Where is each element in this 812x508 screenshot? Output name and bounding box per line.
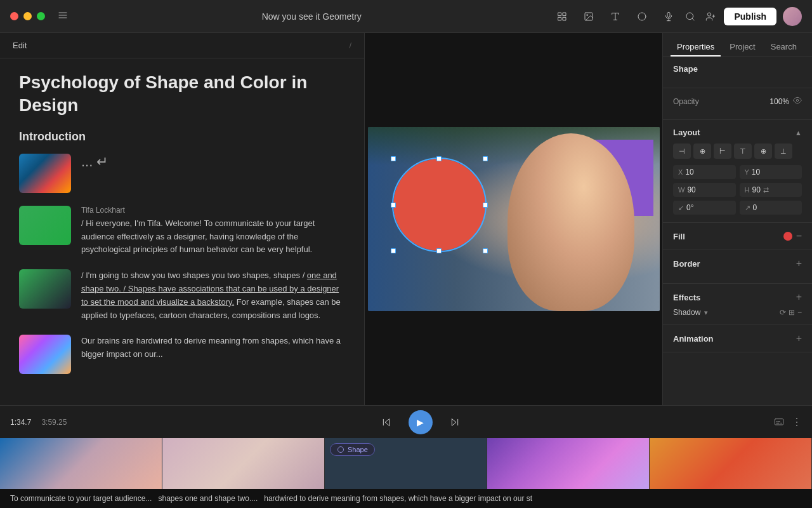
animation-section: Animation + (663, 325, 812, 352)
y-coord[interactable]: Y 10 (740, 165, 802, 179)
angle1-value: 0° (686, 203, 693, 212)
caption-part-1: To communicate to your target audience..… (10, 494, 532, 503)
svg-rect-12 (667, 12, 670, 17)
playback-controls: ▶ (77, 410, 764, 434)
svg-point-11 (638, 13, 646, 20)
fill-controls: − (783, 231, 802, 242)
resize-handle-br[interactable] (483, 248, 488, 253)
svg-point-8 (587, 14, 588, 15)
angle2-value: 0 (753, 203, 757, 212)
svg-rect-5 (558, 17, 561, 20)
x-label: X (678, 168, 683, 176)
shadow-option-1[interactable]: ⟳ (780, 308, 786, 317)
bottom-right-controls: ⋮ (774, 416, 802, 429)
thumbnail[interactable] (19, 335, 71, 374)
align-bottom-btn[interactable]: ⊥ (775, 144, 792, 159)
timeline-segment-4[interactable] (487, 438, 650, 489)
menu-icon[interactable] (58, 10, 68, 22)
shadow-option-2[interactable]: ⊞ (789, 308, 795, 317)
shadow-label: Shadow (673, 308, 700, 317)
caption-text: To communicate to your target audience..… (0, 494, 812, 503)
toolbar-tools (555, 10, 676, 23)
bottom-bar: 1:34.7 3:59.25 ▶ ⋮ (0, 405, 812, 438)
avatar (783, 7, 802, 26)
resize-handle-r[interactable] (483, 203, 488, 208)
shadow-row: Shadow ▾ ⟳ ⊞ − (673, 308, 802, 317)
fill-row: Fill − (673, 231, 802, 242)
add-person-icon[interactable] (704, 10, 717, 23)
resize-handle-tr[interactable] (483, 156, 488, 161)
tab-search[interactable]: Search (764, 38, 803, 57)
shadow-type-icon[interactable]: ▾ (704, 309, 708, 317)
thumbnail[interactable] (19, 154, 71, 193)
shape-icon[interactable] (635, 10, 649, 23)
animation-row: Animation + (673, 333, 802, 344)
text-icon[interactable] (608, 10, 622, 23)
opacity-label: Opacity (673, 97, 699, 106)
h-coord[interactable]: H 90 ⇄ (740, 183, 802, 197)
align-center-h-btn[interactable]: ⊕ (693, 144, 711, 159)
layout-collapse-icon[interactable]: ▲ (795, 129, 802, 137)
window-controls (10, 12, 45, 20)
fill-color-dot[interactable] (783, 232, 792, 241)
close-button[interactable] (10, 12, 18, 20)
resize-handle-tl[interactable] (391, 156, 396, 161)
tab-properties[interactable]: Properties (671, 38, 721, 57)
align-center-v-btn[interactable]: ⊕ (754, 144, 772, 159)
angle-row: ↙ 0° ↗ 0 (673, 201, 802, 215)
list-item: Our brains are hardwired to derive meani… (19, 335, 345, 374)
remove-shadow-icon[interactable]: − (797, 308, 802, 317)
x-coord[interactable]: X 10 (673, 165, 736, 179)
tab-project[interactable]: Project (723, 38, 761, 57)
search-icon[interactable] (683, 10, 697, 23)
align-right-btn[interactable]: ⊢ (714, 144, 731, 159)
overflow-menu-icon[interactable]: ⋮ (792, 416, 802, 428)
visibility-icon[interactable] (793, 96, 802, 107)
play-button[interactable]: ▶ (409, 410, 433, 434)
thumbnail[interactable] (19, 206, 71, 245)
captions-icon[interactable] (774, 416, 784, 429)
item-content: ... ↵ (81, 154, 345, 193)
grid-icon[interactable] (555, 10, 569, 23)
maximize-button[interactable] (37, 12, 45, 20)
shape-badge: Shape (330, 443, 375, 456)
align-left-btn[interactable]: ⊣ (673, 144, 691, 159)
mic-icon[interactable] (662, 10, 676, 23)
resize-handle-bl[interactable] (391, 248, 396, 253)
link-icon[interactable]: ⇄ (763, 186, 769, 194)
item-content: Our brains are hardwired to derive meani… (81, 335, 345, 374)
y-value: 10 (752, 168, 760, 177)
align-top-btn[interactable]: ⊤ (734, 144, 752, 159)
timeline-segment-5[interactable] (650, 438, 812, 489)
timeline-segment-2[interactable] (162, 438, 325, 489)
thumbnail[interactable] (19, 269, 71, 309)
body-text: / Hi everyone, I'm Tifa. Welcome! To com… (81, 217, 345, 257)
skip-forward-button[interactable] (445, 413, 464, 432)
resize-handle-t[interactable] (436, 156, 442, 161)
animation-label: Animation (673, 334, 714, 344)
border-section: Border + (663, 250, 812, 284)
image-icon[interactable] (582, 10, 596, 23)
w-coord[interactable]: W 90 (673, 183, 736, 197)
resize-handle-b[interactable] (436, 248, 442, 253)
add-animation-icon[interactable]: + (796, 333, 802, 344)
timeline-segment-3[interactable]: Shape (325, 438, 487, 489)
timeline-segment-1[interactable] (0, 438, 162, 489)
publish-button[interactable]: Publish (724, 8, 776, 25)
item-ellipsis: ... ↵ (81, 154, 345, 170)
shape-section-header: Shape (673, 64, 802, 74)
opacity-value-row: 100% (769, 96, 802, 107)
add-effect-icon[interactable]: + (796, 291, 802, 303)
resize-handle-l[interactable] (391, 203, 396, 208)
minimize-button[interactable] (23, 12, 32, 20)
angle1-item[interactable]: ↙ 0° (673, 201, 736, 215)
author-name: Tifa Lockhart (81, 206, 345, 215)
topbar: Now you see it Geometry Publish (0, 0, 812, 33)
skip-back-button[interactable] (377, 413, 396, 432)
intro-section-title: Introduction (19, 130, 345, 144)
angle2-item[interactable]: ↗ 0 (740, 201, 802, 215)
add-border-icon[interactable]: + (796, 258, 802, 269)
remove-fill-icon[interactable]: − (796, 231, 802, 242)
shape-section: Shape (663, 57, 812, 88)
doc-main-title: Psychology of Shape and Color in Design (19, 71, 345, 117)
